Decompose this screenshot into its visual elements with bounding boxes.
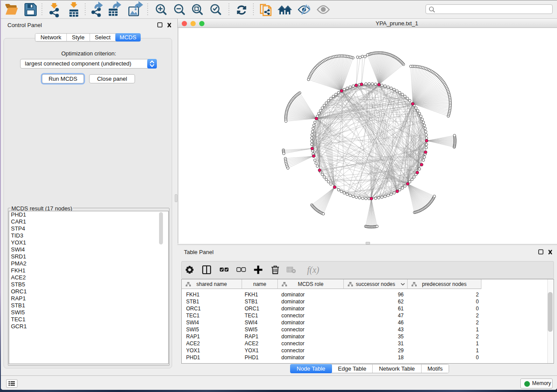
svg-text:f(x): f(x) xyxy=(307,265,319,275)
